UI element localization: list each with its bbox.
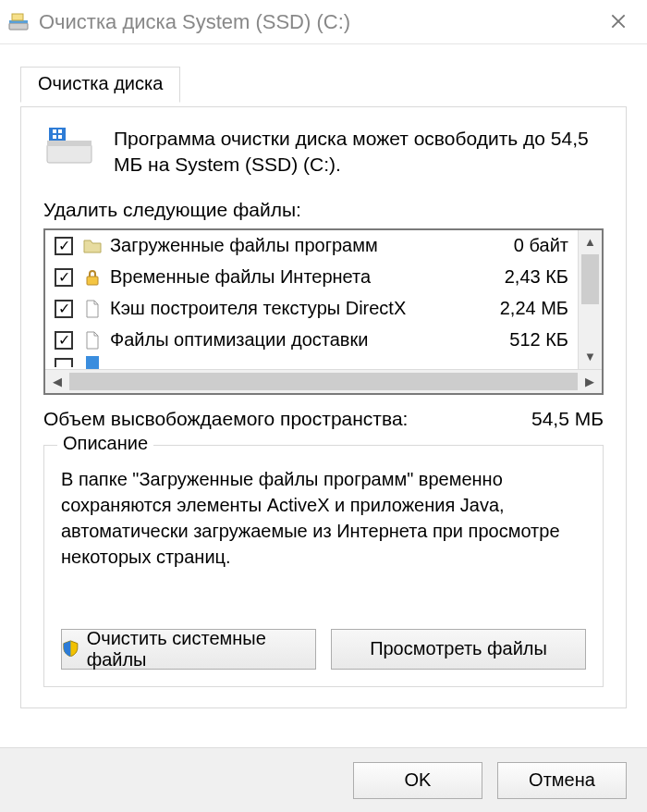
item-size: 2,43 КБ [476,266,568,288]
client-area: Очистка диска Программа очистки диска мо… [0,44,647,718]
ok-button[interactable]: OK [353,762,482,799]
drive-cleanup-icon [7,11,30,33]
svg-rect-3 [47,144,92,163]
tab-disk-cleanup[interactable]: Очистка диска [20,67,180,103]
tab-panel: Программа очистки диска может освободить… [20,106,627,708]
item-size: 0 байт [476,235,568,256]
item-size: 512 КБ [476,329,568,351]
button-label: OK [405,769,432,791]
scroll-thumb[interactable] [69,373,578,390]
svg-rect-2 [12,14,23,20]
list-item[interactable]: ✓ Файлы оптимизации доставки 512 КБ [45,325,578,356]
tab-strip: Очистка диска [20,67,627,107]
svg-rect-10 [87,277,98,285]
item-name: Кэш построителя текстуры DirectX [110,298,476,319]
button-label: Отмена [529,769,595,791]
svg-rect-6 [53,129,56,133]
total-label: Объем высвобождаемого пространства: [43,408,531,430]
scroll-track[interactable] [579,254,602,345]
dialog-window: Очистка диска System (SSD) (C:) Очистка … [0,0,647,812]
list-item[interactable]: ✓ Кэш построителя текстуры DirectX 2,24 … [45,293,578,325]
checkbox[interactable]: ✓ [55,237,73,255]
horizontal-scrollbar[interactable]: ◀ ▶ [45,369,602,393]
view-files-button[interactable]: Просмотреть файлы [331,629,586,670]
item-name: Файлы оптимизации доставки [110,329,476,351]
total-row: Объем высвобождаемого пространства: 54,5… [43,408,604,430]
svg-rect-9 [58,135,62,139]
intro-text: Программа очистки диска может освободить… [114,126,604,178]
svg-rect-0 [9,23,28,30]
checkbox[interactable]: ✓ [55,300,73,318]
intro-row: Программа очистки диска может освободить… [43,126,604,178]
button-label: Очистить системные файлы [87,628,315,671]
item-name: Загруженные файлы программ [110,235,476,256]
cleanup-system-files-button[interactable]: Очистить системные файлы [61,629,316,670]
folder-icon [82,236,103,256]
close-icon [611,14,626,29]
checkbox[interactable]: ✓ [55,331,73,350]
scroll-thumb[interactable] [581,254,599,304]
files-list-body: ✓ Загруженные файлы программ 0 байт ✓ [45,230,578,369]
item-size: 2,24 МБ [476,298,568,319]
scroll-down-arrow-icon[interactable]: ▼ [579,345,602,369]
svg-rect-5 [49,128,66,141]
window-title: Очистка диска System (SSD) (C:) [39,10,597,34]
total-value: 54,5 МБ [531,408,604,430]
scroll-up-arrow-icon[interactable]: ▲ [579,230,602,254]
list-item[interactable]: ✓ Загруженные файлы программ 0 байт [45,230,578,262]
svg-rect-11 [86,356,99,369]
scroll-right-arrow-icon[interactable]: ▶ [578,370,602,393]
scroll-left-arrow-icon[interactable]: ◀ [45,370,69,393]
title-bar: Очистка диска System (SSD) (C:) [0,0,647,44]
description-text: В папке "Загруженные файлы программ" вре… [61,466,586,605]
checkbox[interactable] [55,358,73,367]
description-group: Описание В папке "Загруженные файлы прог… [43,445,604,687]
cancel-button[interactable]: Отмена [497,762,627,799]
files-list[interactable]: ✓ Загруженные файлы программ 0 байт ✓ [43,228,604,395]
item-name: Временные файлы Интернета [110,266,476,288]
file-icon [82,330,103,351]
close-button[interactable] [597,12,640,32]
drive-icon [43,126,95,178]
checkbox[interactable]: ✓ [55,268,73,287]
description-legend: Описание [57,433,153,454]
list-item[interactable] [45,356,578,369]
shield-icon [62,640,79,658]
button-label: Просмотреть файлы [370,638,547,659]
svg-rect-7 [58,129,62,133]
lock-icon [82,267,103,288]
file-icon [82,299,103,319]
list-item[interactable]: ✓ Временные файлы Интернета 2,43 КБ [45,262,578,293]
svg-rect-8 [53,135,56,139]
svg-rect-4 [47,141,92,146]
files-to-delete-label: Удалить следующие файлы: [43,199,604,221]
file-icon [82,356,103,369]
dialog-buttons: OK Отмена [0,747,647,812]
vertical-scrollbar[interactable]: ▲ ▼ [578,230,602,369]
